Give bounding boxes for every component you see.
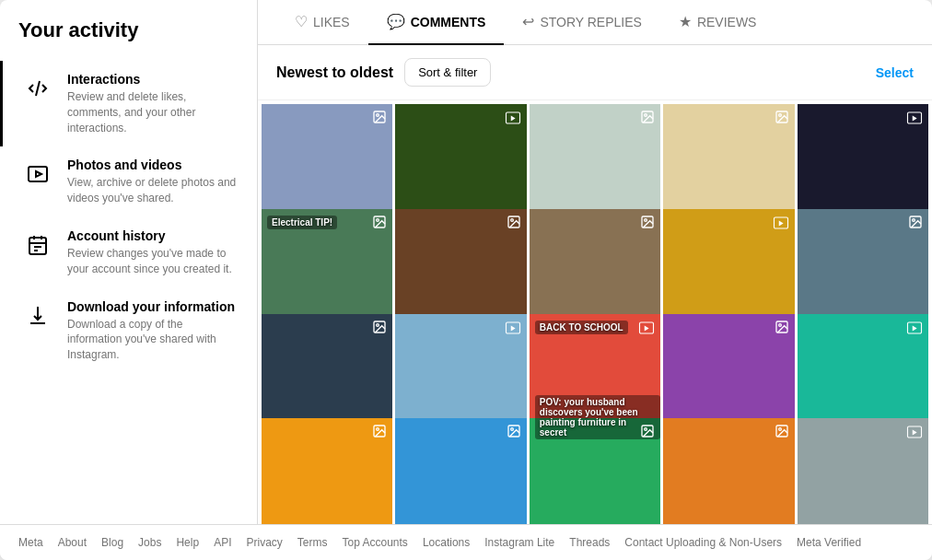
photo-icon — [507, 215, 521, 233]
tab-reviews[interactable]: ★ REVIEWS — [660, 0, 775, 45]
footer-link-contact[interactable]: Contact Uploading & Non-Users — [624, 536, 782, 549]
grid-item[interactable] — [798, 418, 928, 524]
sidebar-item-account-history[interactable]: Account history Review changes you've ma… — [0, 217, 257, 288]
footer-link-threads[interactable]: Threads — [569, 536, 610, 549]
tab-comments[interactable]: 💬 COMMENTS — [368, 0, 505, 45]
svg-marker-1 — [36, 171, 41, 177]
video-icon — [505, 110, 521, 130]
svg-point-25 — [913, 218, 915, 221]
footer-link-blog[interactable]: Blog — [101, 536, 123, 549]
comments-icon: 💬 — [387, 13, 405, 30]
photo-icon — [908, 215, 923, 233]
filter-bar: Newest to oldest Sort & filter Select — [258, 45, 932, 100]
svg-point-13 — [645, 114, 647, 117]
main-area: Your activity Interactions Review and de… — [0, 0, 932, 524]
svg-point-27 — [377, 323, 379, 326]
footer-link-about[interactable]: About — [58, 536, 87, 549]
filter-label: Newest to oldest — [276, 64, 393, 81]
sidebar-item-photos-videos[interactable]: Photos and videos View, archive or delet… — [0, 146, 257, 217]
likes-icon: ♡ — [295, 13, 308, 30]
footer-link-meta[interactable]: Meta — [18, 536, 43, 549]
app-container: Your activity Interactions Review and de… — [0, 0, 932, 560]
photos-videos-icon — [21, 158, 54, 191]
photo-icon — [775, 424, 789, 442]
photo-icon — [775, 110, 789, 128]
footer-link-api[interactable]: API — [214, 536, 231, 549]
footer-link-instagram-lite[interactable]: Instagram Lite — [484, 536, 554, 549]
download-icon — [21, 299, 54, 332]
footer-link-meta-verified[interactable]: Meta Verified — [797, 536, 861, 549]
svg-point-38 — [645, 428, 647, 431]
sidebar-item-text-history: Account history Review changes you've ma… — [67, 228, 239, 277]
grid-item[interactable] — [663, 418, 794, 524]
grid-item[interactable] — [395, 418, 526, 524]
sidebar-item-text-download: Download your information Download a cop… — [67, 299, 239, 363]
footer: MetaAboutBlogJobsHelpAPIPrivacyTermsTop … — [0, 524, 932, 560]
photo-icon — [640, 110, 655, 128]
video-icon — [773, 215, 789, 235]
interactions-icon — [21, 72, 54, 105]
account-history-icon — [21, 228, 54, 262]
tab-story-replies[interactable]: ↩ STORY REPLIES — [504, 0, 660, 45]
reviews-icon: ★ — [679, 13, 692, 30]
photo-icon — [372, 110, 387, 128]
sidebar-item-text-interactions: Interactions Review and delete likes, co… — [67, 72, 239, 135]
sidebar-item-text-photos: Photos and videos View, archive or delet… — [67, 158, 239, 206]
video-icon — [906, 320, 923, 340]
select-button[interactable]: Select — [876, 65, 914, 80]
grid-item[interactable] — [262, 418, 392, 524]
photo-icon — [640, 215, 655, 233]
photo-icon — [640, 424, 655, 442]
grid-item-label: Electrical TIP! — [267, 216, 337, 229]
photo-grid: Electrical TIP!BACK TO SCHOOLPOV: your h… — [258, 100, 932, 524]
svg-point-40 — [778, 428, 781, 431]
video-icon — [906, 110, 923, 130]
filter-left: Newest to oldest Sort & filter — [276, 58, 491, 87]
video-icon — [638, 320, 655, 340]
svg-point-22 — [645, 218, 647, 221]
tab-likes[interactable]: ♡ LIKES — [276, 0, 368, 45]
svg-point-10 — [377, 114, 379, 117]
sort-filter-button[interactable]: Sort & filter — [404, 58, 491, 87]
sidebar: Your activity Interactions Review and de… — [0, 0, 258, 524]
svg-point-36 — [510, 428, 513, 431]
content-area: ♡ LIKES 💬 COMMENTS ↩ STORY REPLIES ★ REV… — [258, 0, 932, 524]
video-icon — [505, 320, 521, 340]
svg-point-34 — [377, 428, 379, 431]
footer-link-top-accounts[interactable]: Top Accounts — [342, 536, 407, 549]
svg-point-31 — [778, 323, 781, 326]
photo-icon — [372, 424, 387, 442]
footer-link-privacy[interactable]: Privacy — [246, 536, 282, 549]
sidebar-item-download[interactable]: Download your information Download a cop… — [0, 288, 257, 374]
photo-icon — [507, 424, 521, 442]
footer-link-locations[interactable]: Locations — [423, 536, 470, 549]
footer-link-terms[interactable]: Terms — [297, 536, 328, 549]
svg-point-15 — [778, 114, 781, 117]
footer-link-help[interactable]: Help — [176, 536, 199, 549]
svg-point-20 — [510, 218, 513, 221]
photo-icon — [775, 320, 789, 338]
story-replies-icon: ↩ — [522, 13, 534, 30]
svg-point-18 — [377, 218, 379, 221]
sidebar-item-interactions[interactable]: Interactions Review and delete likes, co… — [0, 61, 257, 146]
sidebar-title: Your activity — [0, 18, 257, 61]
svg-rect-0 — [29, 167, 47, 181]
footer-link-jobs[interactable]: Jobs — [138, 536, 161, 549]
photo-icon — [372, 320, 387, 338]
tabs: ♡ LIKES 💬 COMMENTS ↩ STORY REPLIES ★ REV… — [258, 0, 932, 45]
photo-icon — [372, 215, 387, 233]
grid-item-label: BACK TO SCHOOL — [535, 321, 628, 334]
video-icon — [906, 424, 923, 444]
